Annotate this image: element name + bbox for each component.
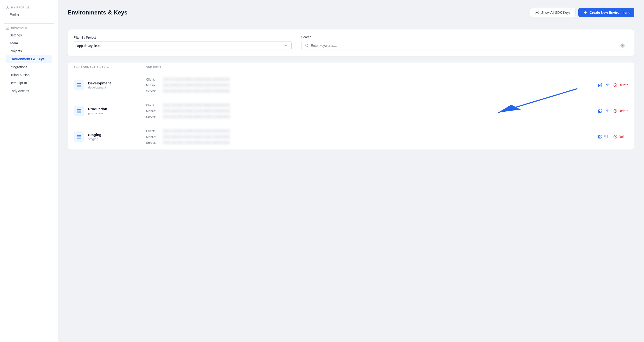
filter-by-project-group: Filter By Project app.devcycle.com [74, 36, 292, 50]
my-profile-section-label: MY PROFILE [4, 6, 54, 9]
env-name-production: Production [88, 107, 107, 111]
svg-rect-11 [77, 86, 81, 87]
sdk-key-row-mobile-prod: Mobile: dvc_mobile_e94b_c3a1_8b7d_a2193f… [146, 109, 580, 113]
edit-development-button[interactable]: Edit [598, 83, 609, 87]
sdk-keys-development: Client: dvc_client_8b4a_c63e_b2a5_f1948d… [146, 77, 580, 93]
sidebar-item-team[interactable]: Team [6, 39, 52, 47]
sdk-key-row-mobile-staging: Mobile: dvc_mobile_b72f_8e4c_c9a1_f3847d… [146, 135, 580, 139]
sidebar-item-billing-plan[interactable]: Billing & Plan [6, 71, 52, 79]
environments-table: ENVIRONMENT & KEY SDK KEYS [68, 62, 634, 150]
page-header: Environments & Keys Show All SDK Keys Cr… [68, 8, 634, 17]
edit-staging-button[interactable]: Edit [598, 135, 609, 139]
env-name-development: Development [88, 81, 111, 85]
search-icon [305, 44, 309, 47]
building-icon [6, 26, 9, 30]
show-sdk-keys-button[interactable]: Show All SDK Keys [530, 8, 576, 17]
row-actions-staging: Edit Delete [580, 135, 628, 139]
delete-production-button[interactable]: Delete [613, 109, 628, 113]
col-actions [580, 66, 628, 69]
delete-development-button[interactable]: Delete [613, 83, 628, 87]
search-label: Search [301, 35, 628, 39]
sdk-key-row-server-prod: Server: dvc_server_8c4e_b92d_f1a3_c7482e… [146, 115, 580, 119]
page-title: Environments & Keys [68, 9, 128, 16]
env-cell-production: Production production [74, 106, 146, 116]
sdk-key-row-client-staging: Client: dvc_client_3cd8_b1f4_a7e2_d9284b… [146, 129, 580, 133]
server-icon [76, 82, 82, 88]
svg-rect-16 [77, 110, 81, 112]
svg-rect-17 [77, 112, 81, 113]
env-cell-development: Development development [74, 80, 146, 90]
svg-rect-9 [77, 83, 81, 84]
env-key-staging: staging [88, 137, 102, 141]
col-sdk-keys: SDK KEYS [146, 66, 580, 69]
svg-rect-23 [77, 138, 81, 139]
table-header: ENVIRONMENT & KEY SDK KEYS [68, 62, 634, 72]
table-row: Staging staging Client: dvc_client_3cd8_… [68, 124, 634, 150]
search-group: Search ✕ [301, 35, 628, 50]
sort-icon [107, 66, 110, 69]
sidebar-item-profile[interactable]: Profile [6, 10, 52, 18]
sidebar-devcycle-section: DEVCYCLE Settings Team Projects Environm… [0, 26, 58, 95]
env-key-development: development [88, 86, 111, 89]
devcycle-section-label: DEVCYCLE [4, 26, 54, 30]
search-clear-button[interactable]: ✕ [620, 43, 625, 48]
table-row: Development development Client: dvc_clie… [68, 72, 634, 98]
filter-card: Filter By Project app.devcycle.com Searc… [68, 29, 634, 56]
env-icon-development [74, 80, 84, 90]
edit-production-button[interactable]: Edit [598, 109, 609, 113]
search-input[interactable] [311, 44, 618, 47]
sidebar-my-profile-section: MY PROFILE Profile [0, 6, 58, 18]
delete-icon-staging [613, 135, 617, 139]
env-info-staging: Staging staging [88, 133, 102, 141]
svg-rect-15 [77, 109, 81, 110]
header-divider [68, 23, 634, 23]
create-new-environment-button[interactable]: Create New Environment [578, 8, 634, 17]
edit-icon-prod [598, 109, 602, 113]
sidebar-item-settings[interactable]: Settings [6, 31, 52, 39]
sidebar-item-beta-opt-in[interactable]: Beta Opt-In [6, 79, 52, 87]
chevron-down-icon [284, 44, 288, 48]
server-icon-staging [76, 134, 82, 139]
svg-rect-21 [77, 135, 81, 136]
filter-project-select[interactable]: app.devcycle.com [74, 41, 292, 50]
sidebar-item-projects[interactable]: Projects [6, 47, 52, 55]
env-info-development: Development development [88, 81, 111, 89]
delete-icon [613, 83, 617, 87]
header-actions: Show All SDK Keys Create New Environment [530, 8, 634, 17]
edit-icon-staging [598, 135, 602, 139]
sdk-keys-staging: Client: dvc_client_3cd8_b1f4_a7e2_d9284b… [146, 129, 580, 145]
svg-point-2 [536, 12, 538, 13]
sdk-key-row-server-dev: Server: dvc_server_d2e1_b47c_a9f3_c1837e… [146, 89, 580, 93]
env-cell-staging: Staging staging [74, 131, 146, 142]
svg-point-5 [305, 44, 308, 47]
plus-icon [583, 10, 588, 15]
svg-rect-10 [77, 85, 81, 86]
env-icon-staging [74, 131, 84, 142]
search-input-wrap: ✕ [301, 41, 628, 50]
sidebar-item-environments-keys[interactable]: Environments & Keys [6, 55, 52, 63]
env-name-staging: Staging [88, 133, 102, 137]
sidebar-divider-1 [4, 23, 54, 24]
svg-line-6 [308, 46, 308, 47]
eye-icon [535, 10, 539, 15]
env-info-production: Production production [88, 107, 107, 115]
server-icon-prod [76, 108, 82, 114]
table-row: Production production Client: dvc_client… [68, 98, 634, 124]
row-actions-development: Edit Delete [580, 83, 628, 87]
filter-by-project-label: Filter By Project [74, 36, 292, 39]
sdk-keys-production: Client: dvc_client_1be3_4f8c_8d6a_b7294c… [146, 103, 580, 119]
sdk-key-row-client-dev: Client: dvc_client_8b4a_c63e_b2a5_f1948d… [146, 77, 580, 81]
col-environment-key: ENVIRONMENT & KEY [74, 66, 146, 69]
sdk-key-row-server-staging: Server: dvc_server_f1c9_d47b_e2a3_b8193c… [146, 140, 580, 145]
delete-staging-button[interactable]: Delete [613, 135, 628, 139]
sidebar-item-integrations[interactable]: Integrations [6, 63, 52, 71]
sdk-key-row-mobile-dev: Mobile: dvc_mobile_c89d_4f2a_a1b7_e8473d… [146, 83, 580, 87]
person-icon [6, 6, 9, 9]
env-key-production: production [88, 111, 107, 115]
delete-icon-prod [613, 109, 617, 113]
svg-rect-22 [77, 136, 81, 137]
main-content: Environments & Keys Show All SDK Keys Cr… [58, 0, 644, 342]
edit-icon [598, 83, 602, 87]
env-icon-production [74, 106, 84, 116]
sidebar-item-early-access[interactable]: Early Access [6, 87, 52, 95]
